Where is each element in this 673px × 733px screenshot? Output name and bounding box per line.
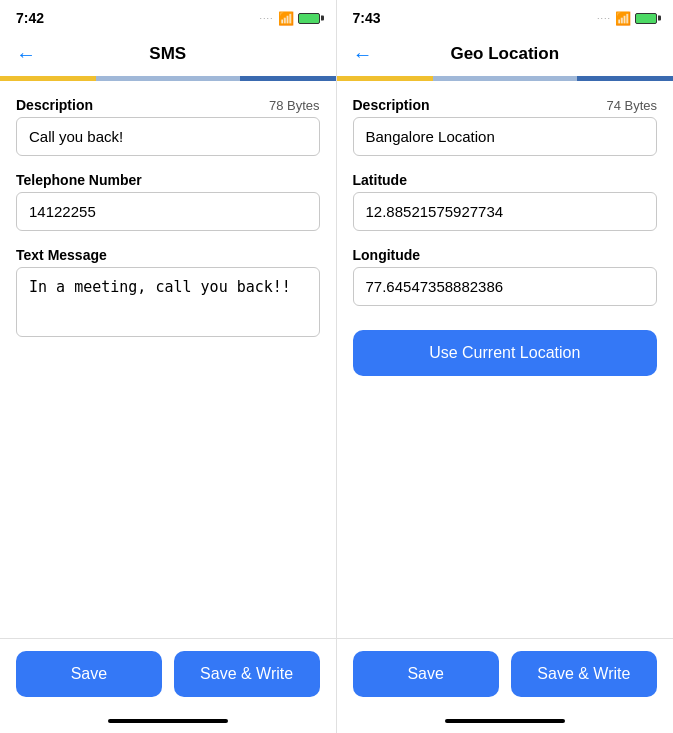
status-bar-left: 7:42 ···· 📶 <box>0 0 336 32</box>
signal-right: ···· <box>597 13 611 23</box>
geo-lon-input[interactable] <box>353 267 658 306</box>
nav-bar-right: ← Geo Location <box>337 32 674 76</box>
signal-left: ···· <box>259 13 273 23</box>
geo-lat-input[interactable] <box>353 192 658 231</box>
nav-title-right: Geo Location <box>450 44 559 64</box>
content-right: Description 74 Bytes Latitude Longitude … <box>337 81 674 638</box>
desc-label-right: Description <box>353 97 430 113</box>
home-bar-left <box>108 719 228 723</box>
bottom-bar-left: Save Save & Write <box>0 638 336 709</box>
back-button-right[interactable]: ← <box>353 43 373 66</box>
time-left: 7:42 <box>16 10 44 26</box>
wifi-icon-right: 📶 <box>615 11 631 26</box>
geo-save-button[interactable]: Save <box>353 651 499 697</box>
battery-icon-left <box>298 13 320 24</box>
status-bar-right: 7:43 ···· 📶 <box>337 0 674 32</box>
sms-save-button[interactable]: Save <box>16 651 162 697</box>
sms-desc-input[interactable] <box>16 117 320 156</box>
time-right: 7:43 <box>353 10 381 26</box>
nav-bar-left: ← SMS <box>0 32 336 76</box>
sms-save-write-button[interactable]: Save & Write <box>174 651 320 697</box>
desc-header-right: Description 74 Bytes <box>353 97 658 113</box>
msg-header-left: Text Message <box>16 247 320 263</box>
lon-header-right: Longitude <box>353 247 658 263</box>
battery-icon-right <box>635 13 657 24</box>
lat-header-right: Latitude <box>353 172 658 188</box>
wifi-icon-left: 📶 <box>278 11 294 26</box>
back-button-left[interactable]: ← <box>16 43 36 66</box>
status-icons-right: ···· 📶 <box>597 11 657 26</box>
sms-panel: 7:42 ···· 📶 ← SMS Description 78 Bytes T… <box>0 0 337 733</box>
lat-label-right: Latitude <box>353 172 407 188</box>
tel-header-left: Telephone Number <box>16 172 320 188</box>
nav-title-left: SMS <box>149 44 186 64</box>
geo-desc-input[interactable] <box>353 117 658 156</box>
home-indicator-right <box>337 709 674 733</box>
use-location-button[interactable]: Use Current Location <box>353 330 658 376</box>
status-icons-left: ···· 📶 <box>259 11 319 26</box>
bottom-bar-right: Save Save & Write <box>337 638 674 709</box>
desc-header-left: Description 78 Bytes <box>16 97 320 113</box>
bytes-label-right: 74 Bytes <box>606 98 657 113</box>
msg-label-left: Text Message <box>16 247 107 263</box>
tel-label-left: Telephone Number <box>16 172 142 188</box>
geo-save-write-button[interactable]: Save & Write <box>511 651 657 697</box>
content-left: Description 78 Bytes Telephone Number Te… <box>0 81 336 638</box>
sms-tel-input[interactable] <box>16 192 320 231</box>
desc-label-left: Description <box>16 97 93 113</box>
geo-panel: 7:43 ···· 📶 ← Geo Location Description 7… <box>337 0 674 733</box>
sms-msg-input[interactable]: In a meeting, call you back!! <box>16 267 320 337</box>
home-bar-right <box>445 719 565 723</box>
lon-label-right: Longitude <box>353 247 421 263</box>
home-indicator-left <box>0 709 336 733</box>
bytes-label-left: 78 Bytes <box>269 98 320 113</box>
